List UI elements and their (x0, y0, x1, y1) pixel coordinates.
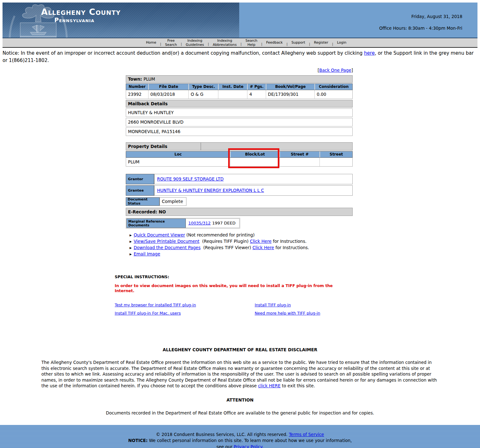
cell-pgs: 4 (247, 90, 266, 99)
install-tiff-link[interactable]: Install TIFF plug-in (255, 303, 368, 307)
mailback-bar: Mailback Details (126, 100, 353, 107)
nav-separator: | (207, 38, 210, 47)
cell-consideration: 0.00 (314, 90, 352, 99)
tiff-help-link[interactable]: Need more help with TIFF plug-in (255, 311, 368, 316)
notice-text: Notice: In the event of an improper or i… (3, 50, 364, 56)
cell-loc: PLUM (126, 158, 230, 166)
nav-separator: | (331, 38, 334, 47)
support-here-link[interactable]: here (364, 50, 375, 56)
footer-copyright: © 2018 Conduent Business Services, LLC. … (0, 432, 480, 438)
nav-separator: | (308, 38, 311, 47)
nav-separator: | (180, 38, 183, 47)
erecorded-value: NO (159, 209, 166, 214)
nav-item-free-search[interactable]: Free Search (162, 38, 180, 47)
erecorded-bar: E-Recorded: NO (126, 208, 353, 216)
back-one-page-link[interactable]: Back One Page (319, 68, 351, 73)
action-line: ▶ Quick Document Viewer (Not recommended… (130, 232, 353, 238)
nav-item-home[interactable]: Home (143, 38, 159, 47)
bullet-arrow-icon: ▶ (130, 233, 132, 238)
col-street: Street (319, 151, 352, 157)
nav-item-indexing-abbreviations[interactable]: Indexing Abbreviations (210, 38, 240, 47)
col-pgs: # Pgs. (247, 84, 266, 90)
action-view-save-printable-link[interactable]: View/Save Printable Document (134, 239, 199, 244)
action-line: ▶ View/Save Printable Document (Requires… (130, 238, 353, 244)
nav-separator: | (286, 38, 289, 47)
col-file-date: File Date (148, 84, 189, 90)
masthead-info-panel: Friday, August 31, 2018 Office Hours: 8:… (239, 3, 477, 38)
col-street-num: Street # (279, 151, 320, 157)
cell-number: 23992 (126, 90, 148, 99)
masthead-banner: Allegheny County Pennsylvania (3, 3, 239, 38)
special-instructions: SPECIAL INSTRUCTIONS: In order to view d… (115, 274, 368, 316)
erecorded-label: E-Recorded: (128, 209, 157, 214)
nav-item-indexing-guidelines[interactable]: Indexing Guidelines (183, 38, 207, 47)
col-type-desc: Type Desc. (188, 84, 218, 90)
bullet-arrow-icon: ▶ (130, 252, 132, 257)
cell-file-date: 08/03/2018 (148, 90, 189, 99)
col-inst-date: Inst. Date (218, 84, 247, 90)
grantor-link[interactable]: ROUTE 909 SELF STORAGE LTD (157, 176, 224, 181)
current-date: Friday, August 31, 2018 (411, 14, 462, 19)
grantee-row: Grantee HUNTLEY & HUNTLEY ENERGY EXPLORA… (126, 185, 353, 196)
action-line: ▶ Download the Document Pages (Requires … (130, 244, 353, 251)
click-here-instructions-link[interactable]: Click Here (250, 239, 271, 244)
disclaimer-heading: ALLEGHENY COUNTY DEPARTMENT OF REAL ESTA… (3, 347, 477, 352)
privacy-policy-link[interactable]: Privacy Policy. (234, 444, 264, 448)
spacer (126, 136, 353, 142)
tiff-warning-text: In order to view document images on this… (115, 283, 350, 294)
cell-street-num (279, 158, 320, 166)
nav-item-register[interactable]: Register (311, 38, 331, 47)
cell-type-desc: O & G (188, 90, 218, 99)
attention-heading: ATTENTION (3, 397, 477, 402)
col-consideration: Consideration (314, 84, 352, 90)
document-detail: Town: PLUM Number File Date Type Desc. I… (126, 75, 353, 257)
action-text: Download the Document Pages (Requires TI… (134, 244, 309, 251)
cell-book-vol-page: DE/17309/301 (266, 90, 315, 99)
bracket: ] (351, 68, 353, 73)
marginal-reference-value: 10035/312 1997 DEED (186, 218, 240, 228)
marginal-reference-link[interactable]: 10035/312 (188, 221, 211, 225)
office-hours: Office Hours: 8:30am - 4:30pm Mon-Fri (379, 26, 462, 31)
action-note-tail: for Instructions. (271, 239, 307, 244)
grantor-row: Grantor ROUTE 909 SELF STORAGE LTD (126, 174, 353, 184)
county-state: Pennsylvania (54, 17, 121, 24)
footer-notice-text: We collect personal information on this … (148, 438, 352, 443)
disclaimer-body: The Allegheny County's Department of Rea… (41, 359, 439, 389)
action-email-image-link[interactable]: Email Image (134, 251, 160, 256)
tiff-links: Test my browser for installed TIFF plug-… (115, 303, 368, 316)
town-bar: Town: PLUM (126, 75, 353, 83)
support-notice: Notice: In the event of an improper or i… (3, 50, 477, 64)
col-number: Number (126, 84, 148, 90)
bullet-arrow-icon: ▶ (130, 246, 132, 250)
marginal-reference-section: Marginal Reference Documents 10035/312 1… (126, 218, 240, 229)
marginal-reference-label: Marginal Reference Documents (126, 218, 186, 228)
grantee-value: HUNTLEY & HUNTLEY ENERGY EXPLORATION L L… (154, 185, 353, 196)
mailback-city: MONROEVILLE, PA15146 (126, 127, 353, 136)
block-lot-highlight-box (228, 148, 279, 168)
action-note: (Requires TIFF Plugin) (199, 239, 250, 244)
nav-item-feedback[interactable]: Feedback (263, 38, 286, 47)
install-tiff-mac-link[interactable]: Install TIFF plug-in For Mac. users (115, 311, 255, 316)
marginal-reference-text: 1997 DEED (212, 221, 236, 225)
nav-item-login[interactable]: Login (334, 38, 350, 47)
back-row: [Back One Page] (3, 68, 353, 73)
footer-notice-label: NOTICE: (128, 438, 148, 443)
action-text: View/Save Printable Document (Requires T… (134, 238, 307, 244)
terms-of-service-link[interactable]: Terms of Service (289, 432, 324, 437)
action-download-document-pages-link[interactable]: Download the Document Pages (134, 245, 201, 250)
click-here-instructions-link[interactable]: Click Here (252, 245, 274, 250)
test-browser-tiff-link[interactable]: Test my browser for installed TIFF plug-… (115, 303, 255, 307)
footer-privacy: see our Privacy Policy. (0, 444, 480, 448)
bullet-arrow-icon: ▶ (130, 240, 132, 244)
nav-item-support[interactable]: Support (288, 38, 308, 47)
exit-site-link[interactable]: click HERE (258, 383, 281, 388)
menu-bar: Home | Free Search | Indexing Guidelines… (3, 38, 477, 48)
nav-item-search-help[interactable]: Search Help (242, 38, 261, 47)
grantor-label: Grantor (126, 174, 154, 184)
document-table-header: Number File Date Type Desc. Inst. Date #… (126, 83, 353, 90)
grantee-link[interactable]: HUNTLEY & HUNTLEY ENERGY EXPLORATION L L… (157, 188, 264, 193)
footer: © 2018 Conduent Business Services, LLC. … (0, 425, 480, 448)
action-quick-document-viewer-link[interactable]: Quick Document Viewer (134, 232, 185, 237)
footer-notice: NOTICE: We collect personal information … (0, 438, 480, 444)
action-text: Quick Document Viewer (Not recommended f… (134, 232, 255, 238)
